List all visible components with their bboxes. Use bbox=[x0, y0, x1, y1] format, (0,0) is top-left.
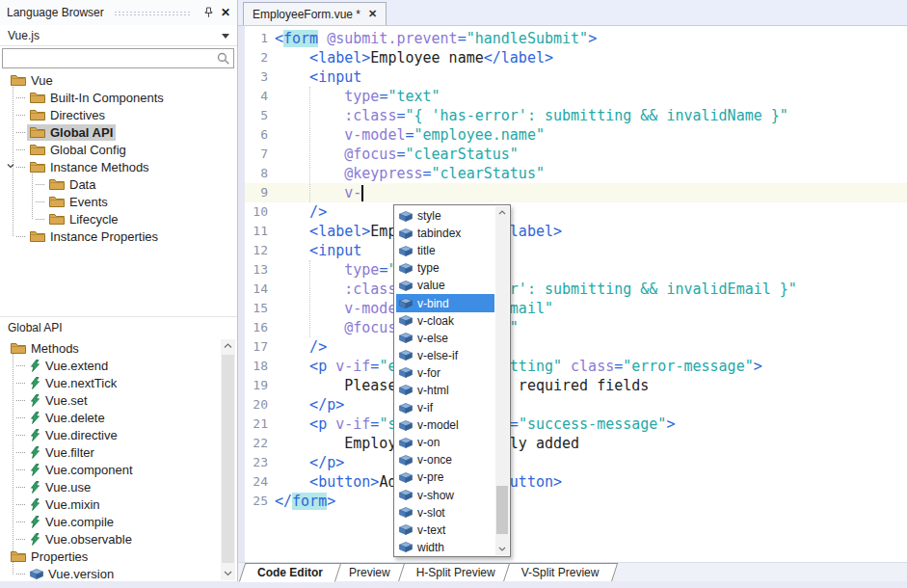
pin-icon[interactable] bbox=[203, 7, 214, 18]
completion-item-v-if[interactable]: v-if bbox=[396, 399, 494, 416]
tree-connector bbox=[16, 365, 25, 366]
tree-connector bbox=[16, 115, 25, 116]
completion-item-v-on[interactable]: v-on bbox=[396, 434, 494, 451]
tree-item-vue-directive[interactable]: Vue.directive bbox=[0, 426, 220, 443]
cube-icon bbox=[399, 333, 413, 343]
folder-icon bbox=[11, 550, 26, 562]
tree-item-vue-version[interactable]: Vue.version bbox=[0, 565, 220, 582]
scrollbar-thumb[interactable] bbox=[496, 486, 508, 534]
tree-item-vue[interactable]: Vue bbox=[0, 71, 237, 89]
tree-item-vue-delete[interactable]: Vue.delete bbox=[0, 409, 220, 426]
tree-item-vue-component[interactable]: Vue.component bbox=[0, 461, 220, 478]
panel-titlebar: Language Browser ✕ bbox=[0, 0, 237, 25]
tree-item-vue-extend[interactable]: Vue.extend bbox=[0, 357, 220, 374]
tree-item-label: Vue.observable bbox=[45, 532, 132, 547]
tab-code-editor[interactable]: Code Editor bbox=[242, 563, 338, 582]
tree-item-vue-set[interactable]: Vue.set bbox=[0, 391, 220, 409]
tree-item-built-in-components[interactable]: Built-In Components bbox=[0, 89, 237, 106]
tab-h-split-preview[interactable]: H-Split Preview bbox=[401, 563, 511, 582]
code-text[interactable]: <form @submit.prevent="handleSubmit"> <l… bbox=[275, 29, 797, 511]
scroll-up-icon[interactable] bbox=[495, 206, 509, 219]
completion-item-v-text[interactable]: v-text bbox=[396, 521, 494, 539]
line-number: 9 bbox=[245, 183, 268, 202]
tree-item-instance-properties[interactable]: Instance Properties bbox=[0, 227, 237, 245]
tree-item-label: Vue.component bbox=[45, 463, 133, 477]
tab-preview[interactable]: Preview bbox=[333, 563, 406, 582]
tree-item-label: Events bbox=[69, 195, 108, 209]
tab-employeeform-vue[interactable]: EmployeeForm.vue * ✕ bbox=[243, 2, 387, 25]
code-line: Please fill out all required fields bbox=[275, 376, 797, 395]
chevron-down-icon[interactable] bbox=[7, 164, 14, 169]
code-editor[interactable]: 1234567891011121314151617181920212223242… bbox=[238, 26, 907, 562]
completion-item-label: v-once bbox=[417, 453, 452, 467]
close-icon[interactable]: ✕ bbox=[221, 6, 230, 19]
tree-item-lifecycle[interactable]: Lifecycle bbox=[0, 210, 237, 227]
scrollbar-thumb[interactable] bbox=[222, 355, 234, 563]
completion-item-v-show[interactable]: v-show bbox=[396, 487, 494, 504]
completion-item-style[interactable]: style bbox=[396, 207, 494, 225]
tree-scrollbar[interactable] bbox=[221, 339, 235, 580]
tree-connector bbox=[16, 521, 25, 522]
tree-item-directives[interactable]: Directives bbox=[0, 106, 237, 123]
tab-v-split-preview[interactable]: V-Split Preview bbox=[506, 563, 615, 582]
scroll-down-icon[interactable] bbox=[495, 543, 509, 555]
tree-item-vue-mixin[interactable]: Vue.mixin bbox=[0, 495, 220, 513]
line-number: 22 bbox=[245, 434, 268, 453]
completion-item-label: v-on bbox=[417, 436, 440, 449]
bolt-icon bbox=[30, 446, 40, 459]
tree-item-vue-observable[interactable]: Vue.observable bbox=[0, 530, 220, 548]
completion-item-label: v-pre bbox=[417, 470, 443, 484]
completion-item-v-slot[interactable]: v-slot bbox=[396, 504, 494, 521]
tab-label: V-Split Preview bbox=[521, 566, 600, 579]
tree-item-label: Instance Methods bbox=[50, 160, 149, 174]
tree-item-events[interactable]: Events bbox=[0, 193, 237, 210]
tree-item-properties[interactable]: Properties bbox=[0, 548, 220, 565]
tree-item-global-api[interactable]: Global API bbox=[0, 123, 237, 141]
bolt-icon bbox=[30, 360, 40, 372]
completion-item-type[interactable]: type bbox=[396, 259, 494, 277]
search-input[interactable] bbox=[3, 52, 217, 66]
completion-item-v-pre[interactable]: v-pre bbox=[396, 468, 494, 486]
tree-item-data[interactable]: Data bbox=[0, 175, 237, 193]
code-line: Employee successfully added bbox=[275, 434, 797, 453]
tree-item-instance-methods[interactable]: Instance Methods bbox=[0, 158, 237, 175]
text-cursor bbox=[361, 185, 363, 201]
ide-window: Language Browser ✕ Vue.js VueBuilt-In Co… bbox=[0, 0, 907, 588]
line-number: 11 bbox=[245, 222, 268, 241]
code-line: @keypress="clearStatus" bbox=[275, 164, 797, 183]
tree-item-label: Global API bbox=[50, 125, 113, 140]
completion-item-v-cloak[interactable]: v-cloak bbox=[396, 312, 494, 330]
completion-item-v-else-if[interactable]: v-else-if bbox=[396, 347, 494, 364]
completion-scrollbar[interactable] bbox=[495, 206, 509, 555]
code-line: :class="{ 'has-error': submitting && inv… bbox=[275, 106, 797, 125]
completion-item-value[interactable]: value bbox=[396, 277, 494, 294]
completion-item-label: v-for bbox=[417, 366, 440, 380]
completion-item-v-for[interactable]: v-for bbox=[396, 364, 494, 382]
completion-item-title[interactable]: title bbox=[396, 242, 494, 259]
indicator-margin bbox=[238, 26, 245, 562]
line-number: 21 bbox=[245, 414, 268, 434]
line-number: 4 bbox=[245, 87, 268, 106]
drag-grip[interactable] bbox=[114, 11, 190, 16]
completion-item-width[interactable]: width bbox=[396, 539, 494, 554]
tree-item-vue-nexttick[interactable]: Vue.nextTick bbox=[0, 374, 220, 391]
completion-item-tabindex[interactable]: tabindex bbox=[396, 225, 494, 242]
completion-item-v-model[interactable]: v-model bbox=[396, 416, 494, 434]
tree-item-vue-use[interactable]: Vue.use bbox=[0, 478, 220, 495]
tree-item-vue-filter[interactable]: Vue.filter bbox=[0, 443, 220, 461]
scroll-up-icon[interactable] bbox=[221, 339, 235, 353]
completion-item-v-bind[interactable]: v-bind bbox=[396, 294, 494, 311]
close-icon[interactable]: ✕ bbox=[368, 8, 377, 20]
completion-item-v-html[interactable]: v-html bbox=[396, 382, 494, 399]
tree-item-vue-compile[interactable]: Vue.compile bbox=[0, 513, 220, 530]
scroll-down-icon[interactable] bbox=[221, 567, 235, 580]
global-api-tree: MethodsVue.extendVue.nextTickVue.setVue.… bbox=[0, 339, 220, 580]
completion-item-v-else[interactable]: v-else bbox=[396, 330, 494, 347]
tree-item-methods[interactable]: Methods bbox=[0, 339, 220, 357]
code-line: type="text" bbox=[275, 260, 797, 280]
language-select[interactable]: Vue.js bbox=[0, 25, 237, 46]
completion-item-v-once[interactable]: v-once bbox=[396, 451, 494, 468]
cube-icon bbox=[399, 315, 413, 326]
tree-item-global-config[interactable]: Global Config bbox=[0, 141, 237, 158]
completion-item-label: v-cloak bbox=[417, 314, 454, 328]
